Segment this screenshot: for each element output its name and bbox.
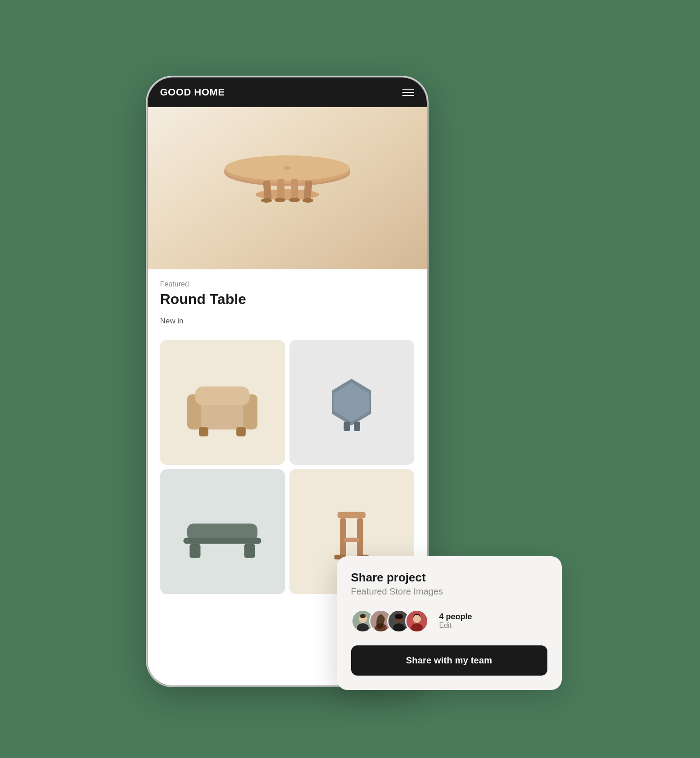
svg-point-13 [303,198,313,203]
share-project-subtitle: Featured Store Images [351,586,547,597]
svg-rect-25 [183,538,261,544]
product-info: Featured Round Table New in [148,269,427,340]
svg-rect-47 [395,614,403,619]
svg-rect-23 [354,422,360,431]
featured-label: Featured [160,280,414,288]
svg-rect-14 [195,402,249,430]
svg-rect-30 [357,518,363,558]
share-card: Share project Featured Store Images [337,556,562,690]
product-title: Round Table [160,291,414,308]
svg-rect-17 [195,386,249,405]
phone-header: GOOD HOME [148,77,427,107]
avatar-group [351,609,423,633]
svg-rect-18 [199,427,208,436]
svg-rect-29 [340,518,346,558]
svg-rect-19 [236,427,246,436]
app-logo: GOOD HOME [160,86,225,98]
new-in-label: New in [160,317,414,326]
share-with-team-button[interactable]: Share with my team [351,645,547,676]
svg-rect-8 [291,179,298,199]
product-grid [148,340,427,594]
svg-rect-38 [360,614,366,618]
share-project-title: Share project [351,571,547,585]
svg-rect-28 [338,512,366,518]
svg-point-10 [261,198,272,203]
svg-point-12 [289,198,300,202]
edit-link[interactable]: Edit [439,622,472,630]
svg-point-3 [284,166,291,170]
bench-svg [176,485,269,578]
product-card-bench[interactable] [160,469,285,594]
armchair-svg [176,355,269,449]
people-count: 4 people [439,612,472,622]
round-table-svg [211,130,364,247]
svg-rect-27 [244,544,255,558]
ottoman-svg [305,355,398,449]
people-info: 4 people Edit [439,612,472,630]
svg-point-11 [275,198,285,202]
product-card-ottoman[interactable] [289,340,414,465]
svg-rect-31 [344,538,360,542]
svg-rect-7 [277,179,285,199]
scene: GOOD HOME [148,41,553,717]
svg-rect-22 [344,422,350,431]
avatar-4 [405,609,429,633]
product-card-armchair[interactable] [160,340,285,465]
share-people-row: 4 people Edit [351,609,547,633]
hero-image [148,107,427,269]
menu-icon[interactable] [402,89,414,96]
svg-rect-26 [190,544,200,558]
